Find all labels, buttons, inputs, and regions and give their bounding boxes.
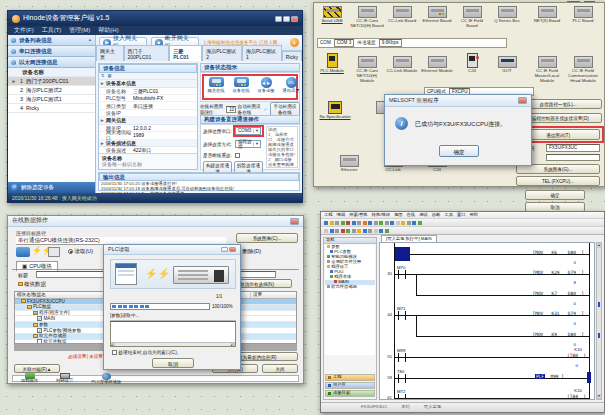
group-gateway[interactable]: ▸网关信息: [99, 117, 197, 125]
pcif-plc-board[interactable]: PLC Board: [566, 6, 600, 24]
plcif-c24[interactable]: C24: [455, 53, 489, 74]
release-device-button[interactable]: ↺解除选定设备: [8, 182, 95, 193]
pcif-serial-usb[interactable]: Serial USB: [315, 6, 349, 24]
clock-setting-item[interactable]: 时钟设置: [56, 373, 73, 384]
tab-siemens[interactable]: 西门子200PLC01: [124, 45, 170, 61]
menu-online[interactable]: 在线: [407, 213, 416, 218]
sidebar-section-serial[interactable]: 串口连接信息: [8, 46, 95, 57]
close-button[interactable]: 关闭: [262, 364, 298, 373]
project-tree[interactable]: 参数 PLC参数 智能功能模块 全局软元件注释 程序设置 PUU 程序本体 MA…: [325, 245, 375, 355]
no-contact[interactable]: [398, 270, 406, 279]
menu-view[interactable]: 视图: [394, 213, 403, 218]
pcif-qbus-board[interactable]: Q Series Bus: [490, 6, 524, 24]
no-contact[interactable]: [398, 311, 406, 320]
plcif-ccie-head[interactable]: CC IE Field Communication Head Module: [566, 53, 600, 84]
instruction[interactable]: [MOV K31 D79 ]: [532, 311, 584, 316]
menu-window[interactable]: 窗口: [457, 213, 466, 218]
timer-coil[interactable]: (T84 ): [567, 394, 586, 399]
progress-cancel-button[interactable]: 取消: [152, 358, 194, 368]
close-icon[interactable]: [518, 97, 527, 104]
device-row-2[interactable]: 2海尔PLC测试2: [8, 86, 95, 95]
nav-userlib-button[interactable]: 用户库: [325, 382, 375, 389]
progress-listbox[interactable]: ◂▸: [110, 321, 236, 347]
remote-operation-item[interactable]: 远程操作: [21, 373, 38, 384]
tab-haier2[interactable]: 海尔PLC测试2: [202, 45, 242, 61]
menu-debug[interactable]: 调试: [419, 213, 428, 218]
com-port-select[interactable]: COM3▼: [235, 127, 261, 135]
plc-memory-clear-item[interactable]: PLC存储器清除: [91, 373, 121, 385]
other-station-nospec[interactable]: No Specification: [315, 101, 355, 120]
menu-manage[interactable]: 管理(M): [69, 27, 90, 34]
com-value-field[interactable]: COM 3: [334, 39, 355, 47]
menu-search[interactable]: 搜索/替换: [349, 213, 367, 218]
close-icon[interactable]: [290, 218, 299, 225]
instruction[interactable]: [MOV K29 D79 ]: [532, 270, 584, 275]
device-row-1[interactable]: ▸1西门子200PLC01: [8, 77, 95, 86]
progress-titlebar[interactable]: PLC读取: [104, 245, 240, 255]
no-contact[interactable]: [398, 374, 406, 383]
hinode-titlebar[interactable]: Hinode设备管理客户端 v1.5: [8, 11, 302, 26]
retry-checkbox[interactable]: [235, 153, 240, 158]
nav-project-button[interactable]: 工程: [325, 374, 375, 381]
menu-file[interactable]: 文件(F): [14, 27, 34, 34]
sidebar-section-devices[interactable]: 设备列表信息▲: [8, 35, 95, 46]
plcif-ccie-module[interactable]: CC IE Cont NET/10(H) Module: [350, 53, 384, 84]
group-desc[interactable]: ▸设备描述信息: [99, 140, 197, 148]
tab-ricky[interactable]: Ricky: [282, 51, 302, 61]
cycle-value-field[interactable]: 10: [226, 106, 235, 113]
menu-convert[interactable]: 转换/编译: [372, 213, 390, 218]
window-controls[interactable]: [275, 16, 298, 22]
pcif-ccie-board[interactable]: CC IE Cont NET/10(H) Board: [350, 6, 384, 29]
radio-read[interactable]: 读取(U): [68, 248, 93, 255]
system-image-button[interactable]: 系统图像(C)...: [236, 233, 298, 243]
scroll-down-icon[interactable]: ▼: [597, 394, 601, 399]
menu-help[interactable]: 帮助: [470, 213, 479, 218]
instruction[interactable]: [MOV K7 D80 ]: [532, 291, 584, 296]
pcif-ccie-field-board[interactable]: CC IE Field Board: [455, 6, 489, 29]
nav-connect-button[interactable]: 连接目标: [325, 390, 375, 397]
user-icon[interactable]: ●: [290, 38, 299, 47]
ladder-vscrollbar[interactable]: ▲ ▼: [596, 242, 602, 400]
online-data-titlebar[interactable]: 在线数据操作: [8, 216, 303, 227]
gx-toolbar-2[interactable]: [321, 227, 604, 235]
no-contact[interactable]: [398, 353, 406, 362]
tab-mitsubishi-active[interactable]: 三菱PLC01: [169, 45, 202, 61]
connect-mode-select[interactable]: 编程连接▼: [235, 140, 261, 148]
device-row-3[interactable]: 3海尔PLC测试1: [8, 95, 95, 104]
menu-tools[interactable]: 工具(T): [42, 27, 62, 34]
menu-project[interactable]: 工程: [324, 213, 333, 218]
prop-row[interactable]: 设备IP: [99, 110, 197, 117]
menu-help[interactable]: 帮助(H): [98, 27, 118, 34]
plcif-ccie-master[interactable]: CC IE Field Master/Local Module: [530, 53, 564, 84]
prop-row[interactable]: 网关通讯端口1989: [99, 132, 197, 139]
device-row-4[interactable]: 4Ricky: [8, 104, 95, 113]
tel-button[interactable]: TEL (FXCPU)...: [516, 176, 600, 186]
group-basic[interactable]: ▸设备基本信息: [99, 80, 197, 88]
tab-haier1[interactable]: 海尔PLC测试1: [242, 45, 282, 61]
listbox-hscrollbar[interactable]: ◂▸: [111, 342, 235, 346]
plcif-plc-module[interactable]: PLC Module: [315, 53, 349, 74]
gx-toolbar-1[interactable]: [321, 219, 604, 227]
close-icon[interactable]: [229, 247, 236, 252]
plcif-got[interactable]: GOT: [490, 53, 524, 74]
tab-gateway-home[interactable]: 网关主页: [96, 45, 124, 61]
menu-edit[interactable]: 编辑: [337, 213, 346, 218]
auto-close-checkbox[interactable]: 处理结束时,自动关闭窗口(C)。: [112, 350, 181, 356]
plcif-ethernet-module[interactable]: Ethernet Module: [420, 53, 454, 74]
prop-row[interactable]: PLC型号Mitsubishi-FX: [99, 95, 197, 102]
prop-row[interactable]: 设备名称三菱PLC01: [99, 88, 197, 95]
plf-instruction[interactable]: PLF M99 ]: [535, 374, 564, 379]
scroll-up-icon[interactable]: ▲: [597, 243, 601, 248]
pcif-net2-board[interactable]: NET(II) Board: [530, 6, 564, 24]
instruction[interactable]: [MOV K9 D80 ]: [532, 332, 584, 337]
prop-row[interactable]: 接口类型串口连接: [99, 102, 197, 109]
auto-detect-check[interactable]: ✓: [264, 107, 268, 113]
menu-tools[interactable]: 工具: [444, 213, 453, 218]
sidebar-section-ethernet[interactable]: 以太网连接信息: [8, 57, 95, 68]
transfer-ok-button[interactable]: 确定: [525, 190, 585, 200]
pcif-cclink-board[interactable]: CC-Link Board: [385, 6, 419, 24]
ladder-canvas[interactable]: [MOV K6 D80 ] 0 30 M70 [MOV K29 D79 ] 8 …: [379, 242, 595, 400]
no-contact[interactable]: [398, 394, 406, 400]
category-icon[interactable]: ▦: [108, 74, 112, 79]
pcif-ethernet-board[interactable]: Ethernet Board: [420, 6, 454, 24]
